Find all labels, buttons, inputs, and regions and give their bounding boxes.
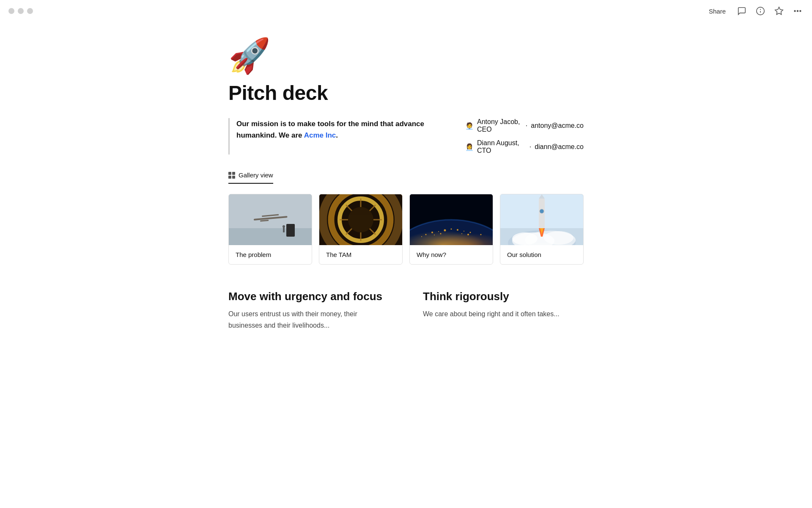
column-rigorously-text: We care about being right and it often t… [423, 308, 584, 320]
svg-point-34 [451, 229, 452, 230]
svg-point-32 [438, 231, 439, 232]
svg-point-6 [800, 11, 801, 12]
svg-point-36 [464, 231, 464, 232]
titlebar: Share [0, 0, 812, 22]
svg-point-33 [444, 229, 446, 232]
card-image-problem [229, 194, 312, 245]
gallery-section: Gallery view [228, 171, 584, 265]
column-rigorously: Think rigorously We care about being rig… [423, 290, 584, 331]
star-icon[interactable] [773, 5, 785, 17]
gallery-card-why[interactable]: Why now? [409, 194, 493, 265]
contact-separator-2: · [529, 143, 531, 151]
info-icon[interactable] [754, 5, 766, 17]
intro-section: Our mission is to make tools for the min… [228, 118, 584, 155]
card-image-why [410, 194, 493, 245]
mission-link[interactable]: Acme Inc [304, 131, 336, 139]
svg-point-4 [794, 11, 796, 12]
svg-point-56 [544, 231, 573, 245]
contact-ceo-emoji: 🧑‍💼 [465, 122, 474, 130]
contact-separator-1: · [526, 122, 527, 130]
main-content: 🚀 Pitch deck Our mission is to make tool… [203, 22, 609, 356]
card-label-tam: The TAM [319, 245, 402, 264]
window-dots [8, 8, 33, 14]
contacts: 🧑‍💼 Antony Jacob, CEO · antony@acme.co 👩… [465, 118, 584, 155]
gallery-card-tam[interactable]: The TAM [319, 194, 403, 265]
svg-point-30 [425, 234, 427, 235]
mission-text-end: . [336, 131, 338, 139]
svg-point-38 [434, 235, 435, 235]
gallery-card-solution[interactable]: Our solution [500, 194, 584, 265]
svg-point-43 [480, 234, 482, 235]
svg-point-42 [421, 236, 422, 237]
card-label-problem: The problem [229, 245, 312, 264]
card-label-solution: Our solution [500, 245, 583, 264]
svg-point-5 [797, 11, 798, 12]
titlebar-actions: Share [705, 5, 804, 17]
contact-cto-email: diann@acme.co [535, 143, 584, 151]
column-rigorously-title: Think rigorously [423, 290, 584, 303]
dot-maximize[interactable] [27, 8, 33, 14]
card-label-why: Why now? [410, 245, 493, 264]
contact-ceo: 🧑‍💼 Antony Jacob, CEO · antony@acme.co [465, 118, 584, 133]
svg-marker-3 [775, 7, 783, 14]
column-urgency-text: Our users entrust us with their money, t… [228, 308, 389, 331]
mission-block: Our mission is to make tools for the min… [228, 118, 431, 155]
gallery-view-icon [228, 172, 235, 179]
comment-icon[interactable] [736, 5, 748, 17]
gallery-tab-label: Gallery view [239, 171, 273, 179]
more-icon[interactable] [792, 5, 804, 17]
svg-point-39 [440, 233, 442, 235]
page-emoji: 🚀 [228, 39, 584, 73]
dot-minimize[interactable] [18, 8, 24, 14]
contact-ceo-email: antony@acme.co [531, 122, 584, 130]
bottom-columns: Move with urgency and focus Our users en… [228, 290, 584, 331]
contact-cto-name: Diann August, CTO [477, 139, 526, 155]
column-urgency-title: Move with urgency and focus [228, 290, 389, 303]
svg-point-37 [470, 232, 471, 233]
share-button[interactable]: Share [705, 6, 729, 17]
contact-cto-emoji: 👩‍💼 [465, 143, 474, 151]
svg-point-41 [467, 234, 469, 235]
svg-point-54 [540, 209, 544, 213]
gallery-card-problem[interactable]: The problem [228, 194, 312, 265]
page-title: Pitch deck [228, 81, 584, 105]
card-image-tam [319, 194, 402, 245]
svg-point-35 [457, 229, 458, 231]
svg-point-40 [461, 233, 462, 234]
gallery-tab[interactable]: Gallery view [228, 171, 273, 184]
column-urgency: Move with urgency and focus Our users en… [228, 290, 389, 331]
gallery-grid: The problem [228, 194, 584, 265]
dot-close[interactable] [8, 8, 14, 14]
svg-rect-14 [229, 194, 312, 245]
contact-cto: 👩‍💼 Diann August, CTO · diann@acme.co [465, 139, 584, 155]
contact-ceo-name: Antony Jacob, CEO [477, 118, 522, 133]
svg-point-31 [431, 232, 433, 233]
card-image-solution [500, 194, 583, 245]
svg-point-55 [512, 232, 538, 245]
